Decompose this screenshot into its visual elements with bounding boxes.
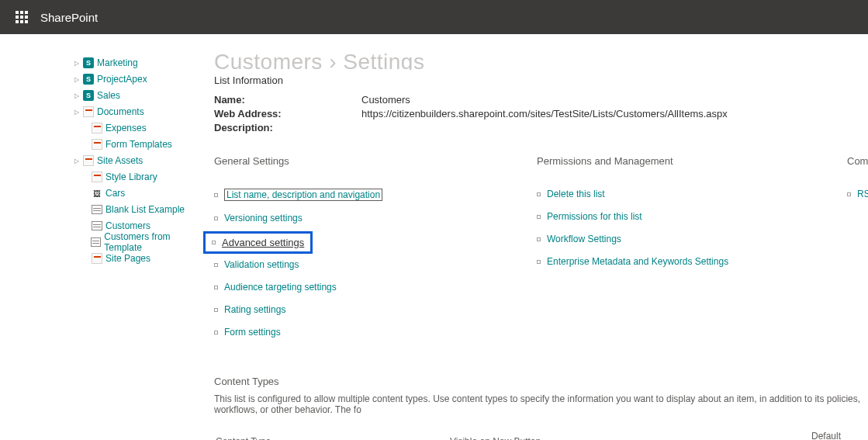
bullet-icon bbox=[214, 217, 218, 220]
expander-icon[interactable]: ▷ bbox=[74, 92, 81, 99]
site-icon: S bbox=[83, 57, 94, 68]
rating-settings-link[interactable]: Rating settings bbox=[224, 304, 285, 315]
list-name-link[interactable]: List name, description and navigation bbox=[224, 189, 382, 201]
rss-link[interactable]: RSS bbox=[857, 189, 868, 199]
highlight-box: Advanced settings bbox=[203, 231, 313, 254]
tree-row: Blank List Example bbox=[74, 203, 202, 217]
library-icon bbox=[92, 253, 102, 264]
tree-link[interactable]: ProjectApex bbox=[97, 74, 147, 85]
name-value: Customers bbox=[361, 94, 410, 106]
library-icon bbox=[92, 171, 102, 182]
web-address-value: https://citizenbuilders.sharepoint.com/s… bbox=[361, 108, 728, 120]
tree-row: Style Library bbox=[74, 170, 202, 184]
tree-link[interactable]: Documents bbox=[97, 106, 144, 117]
bullet-icon bbox=[214, 331, 218, 334]
tree-link[interactable]: Form Templates bbox=[105, 139, 172, 150]
expander-icon[interactable]: ▷ bbox=[74, 158, 81, 165]
list-icon bbox=[92, 205, 102, 214]
web-address-label: Web Address: bbox=[214, 108, 361, 120]
communications-header: Comm bbox=[847, 155, 868, 167]
library-icon bbox=[92, 139, 102, 150]
tree-link[interactable]: Site Pages bbox=[105, 253, 150, 264]
delete-list-link[interactable]: Delete this list bbox=[547, 189, 605, 199]
tree-row: Customers from Template bbox=[74, 235, 202, 249]
bullet-icon bbox=[214, 193, 218, 197]
col-default: Default Content Ty bbox=[811, 431, 868, 440]
form-settings-link[interactable]: Form settings bbox=[224, 327, 281, 338]
col-visible: Visible on New Button bbox=[450, 431, 810, 440]
list-icon bbox=[91, 237, 101, 247]
app-launcher-icon[interactable] bbox=[6, 0, 37, 34]
validation-settings-link[interactable]: Validation settings bbox=[224, 259, 299, 270]
list-icon bbox=[92, 221, 102, 230]
tree-link[interactable]: Marketing bbox=[97, 57, 138, 68]
bullet-icon bbox=[537, 237, 541, 241]
description-label: Description: bbox=[214, 122, 361, 133]
expander-icon[interactable]: ▷ bbox=[74, 60, 81, 67]
site-tree: ▷SMarketing▷SProjectApex▷SSales▷Document… bbox=[0, 56, 202, 440]
bullet-icon bbox=[214, 308, 218, 312]
tree-row: Expenses bbox=[74, 121, 202, 135]
tree-link[interactable]: Expenses bbox=[105, 123, 147, 133]
advanced-settings-link[interactable]: Advanced settings bbox=[222, 237, 304, 248]
tree-row: ▷SSales bbox=[74, 88, 202, 102]
content-types-header: Content Types bbox=[214, 376, 868, 387]
bullet-icon bbox=[212, 241, 216, 244]
tree-link[interactable]: Blank List Example bbox=[105, 204, 185, 215]
list-info-label: List Information bbox=[214, 74, 868, 86]
bullet-icon bbox=[537, 215, 541, 219]
library-icon bbox=[92, 123, 102, 133]
name-label: Name: bbox=[214, 94, 361, 106]
workflow-settings-link[interactable]: Workflow Settings bbox=[547, 234, 621, 244]
tree-row: ▷SProjectApex bbox=[74, 72, 202, 86]
bullet-icon bbox=[537, 192, 541, 196]
site-icon: S bbox=[83, 90, 94, 101]
expander-icon[interactable]: ▷ bbox=[74, 76, 81, 83]
tree-row: ▷SMarketing bbox=[74, 56, 202, 70]
picture-icon: 🖼 bbox=[92, 188, 102, 199]
tree-link[interactable]: Cars bbox=[105, 188, 125, 199]
expander-icon[interactable]: ▷ bbox=[74, 109, 81, 116]
tree-row: 🖼Cars bbox=[74, 186, 202, 200]
tree-row: ▷Documents bbox=[74, 105, 202, 119]
content-types-desc: This list is configured to allow multipl… bbox=[214, 393, 868, 415]
suite-nav: SharePoint bbox=[0, 0, 868, 34]
tree-link[interactable]: Style Library bbox=[105, 171, 157, 182]
tree-link[interactable]: Customers from Template bbox=[104, 231, 202, 253]
tree-link[interactable]: Site Assets bbox=[97, 155, 143, 166]
page-title: Customers › Settings bbox=[214, 50, 868, 70]
permissions-header: Permissions and Management bbox=[537, 155, 847, 167]
library-icon bbox=[83, 106, 94, 117]
tree-link[interactable]: Customers bbox=[105, 220, 150, 231]
versioning-settings-link[interactable]: Versioning settings bbox=[224, 213, 303, 223]
site-icon: S bbox=[83, 74, 94, 85]
tree-row: Site Pages bbox=[74, 251, 202, 265]
tree-link[interactable]: Sales bbox=[97, 90, 120, 101]
permissions-link[interactable]: Permissions for this list bbox=[547, 211, 642, 222]
brand-label: SharePoint bbox=[40, 11, 98, 24]
enterprise-metadata-link[interactable]: Enterprise Metadata and Keywords Setting… bbox=[547, 256, 728, 267]
bullet-icon bbox=[214, 286, 218, 289]
bullet-icon bbox=[847, 192, 851, 196]
bullet-icon bbox=[214, 263, 218, 267]
tree-row: ▷Site Assets bbox=[74, 154, 202, 168]
bullet-icon bbox=[537, 260, 541, 264]
library-icon bbox=[83, 155, 94, 166]
tree-row: Form Templates bbox=[74, 137, 202, 151]
general-settings-header: General Settings bbox=[214, 155, 537, 167]
audience-targeting-link[interactable]: Audience targeting settings bbox=[224, 282, 337, 293]
col-content-type: Content Type bbox=[216, 431, 448, 440]
